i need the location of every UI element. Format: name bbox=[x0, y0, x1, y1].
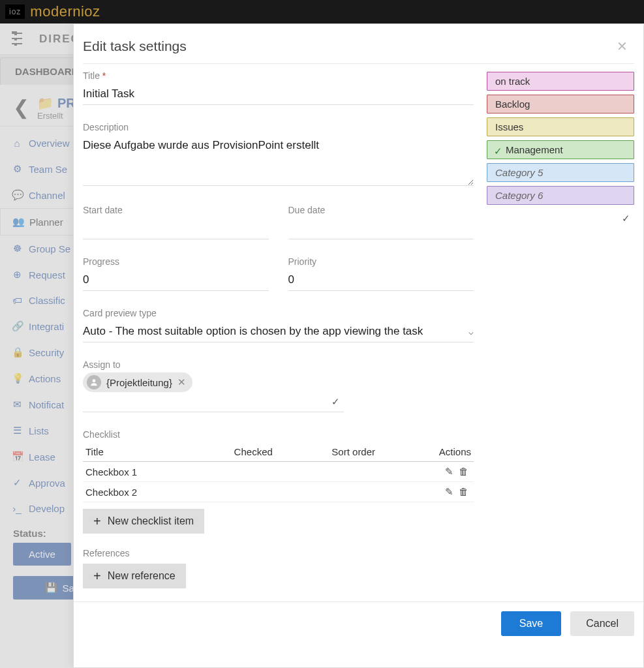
start-date-input[interactable] bbox=[83, 218, 269, 239]
check-icon: ✓ bbox=[494, 145, 502, 157]
confirm-assign-icon[interactable]: ✓ bbox=[331, 396, 340, 407]
assign-to-label: Assign to bbox=[83, 359, 474, 370]
checklist-row-title: Checkbox 2 bbox=[83, 482, 232, 502]
priority-label: Priority bbox=[288, 256, 474, 267]
chevron-down-icon: ⌵ bbox=[468, 327, 474, 337]
edit-task-modal: Edit task settings ✕ Title * Description… bbox=[73, 23, 644, 668]
category-pill[interactable]: Category 5 bbox=[487, 163, 634, 182]
add-checklist-label: New checklist item bbox=[108, 515, 194, 527]
plus-icon: + bbox=[93, 517, 101, 525]
category-pill[interactable]: on track bbox=[487, 72, 634, 91]
progress-input[interactable] bbox=[83, 269, 269, 291]
category-pill[interactable]: Issues bbox=[487, 117, 634, 136]
category-label: Category 6 bbox=[495, 190, 543, 201]
title-input[interactable] bbox=[83, 84, 474, 105]
description-textarea[interactable]: Diese Aufgabe wurde aus ProvisionPoint e… bbox=[83, 135, 474, 186]
due-date-label: Due date bbox=[288, 205, 474, 215]
add-reference-label: New reference bbox=[108, 570, 176, 582]
person-icon bbox=[87, 375, 101, 389]
category-pill[interactable]: Backlog bbox=[487, 95, 634, 114]
remove-chip-icon[interactable]: ✕ bbox=[177, 376, 186, 388]
delete-icon[interactable]: 🗑 bbox=[456, 486, 471, 497]
assignee-chip[interactable]: {Projektleitung} ✕ bbox=[83, 372, 192, 392]
add-checklist-item-button[interactable]: +New checklist item bbox=[83, 509, 204, 534]
save-button[interactable]: Save bbox=[501, 611, 561, 636]
delete-icon[interactable]: 🗑 bbox=[456, 466, 471, 477]
table-row: Checkbox 1✎🗑 bbox=[83, 462, 474, 482]
col-title: Title bbox=[83, 442, 232, 462]
categories-panel: on trackBacklogIssues✓ManagementCategory… bbox=[487, 70, 634, 588]
app-brand: modernioz bbox=[30, 3, 100, 20]
category-pill[interactable]: ✓Management bbox=[487, 140, 634, 159]
svg-point-0 bbox=[93, 379, 96, 382]
close-icon[interactable]: ✕ bbox=[610, 36, 634, 57]
col-actions: Actions bbox=[427, 442, 474, 462]
description-label: Description bbox=[83, 122, 474, 132]
category-label: Issues bbox=[495, 121, 523, 132]
card-preview-label: Card preview type bbox=[83, 308, 474, 318]
assignee-name: {Projektleitung} bbox=[106, 377, 172, 388]
edit-icon[interactable]: ✎ bbox=[442, 486, 456, 497]
checklist-row-title: Checkbox 1 bbox=[83, 462, 232, 482]
add-reference-button[interactable]: +New reference bbox=[83, 564, 186, 588]
checklist-label: Checklist bbox=[83, 429, 474, 440]
ioz-badge: ioz bbox=[5, 5, 25, 19]
col-checked: Checked bbox=[232, 442, 330, 462]
app-topbar: ioz modernioz bbox=[0, 0, 644, 23]
due-date-input[interactable] bbox=[288, 218, 474, 239]
table-row: Checkbox 2✎🗑 bbox=[83, 482, 474, 502]
priority-input[interactable] bbox=[288, 269, 474, 291]
category-label: Backlog bbox=[495, 99, 530, 110]
modal-title: Edit task settings bbox=[83, 38, 187, 54]
category-pill[interactable]: Category 6 bbox=[487, 186, 634, 205]
confirm-categories-icon[interactable]: ✓ bbox=[622, 213, 630, 224]
references-label: References bbox=[83, 548, 474, 558]
edit-icon[interactable]: ✎ bbox=[442, 466, 456, 477]
cancel-button[interactable]: Cancel bbox=[570, 611, 634, 636]
category-label: Management bbox=[506, 144, 563, 155]
card-preview-value: Auto - The most suitable option is chose… bbox=[83, 325, 423, 338]
category-label: Category 5 bbox=[495, 167, 543, 178]
progress-label: Progress bbox=[83, 256, 269, 267]
plus-icon: + bbox=[93, 572, 101, 580]
col-sort: Sort order bbox=[329, 442, 427, 462]
start-date-label: Start date bbox=[83, 205, 269, 215]
category-label: on track bbox=[495, 76, 530, 87]
card-preview-select[interactable]: Auto - The most suitable option is chose… bbox=[83, 321, 474, 342]
title-label: Title * bbox=[83, 70, 474, 81]
checklist-table: Title Checked Sort order Actions Checkbo… bbox=[83, 442, 474, 502]
